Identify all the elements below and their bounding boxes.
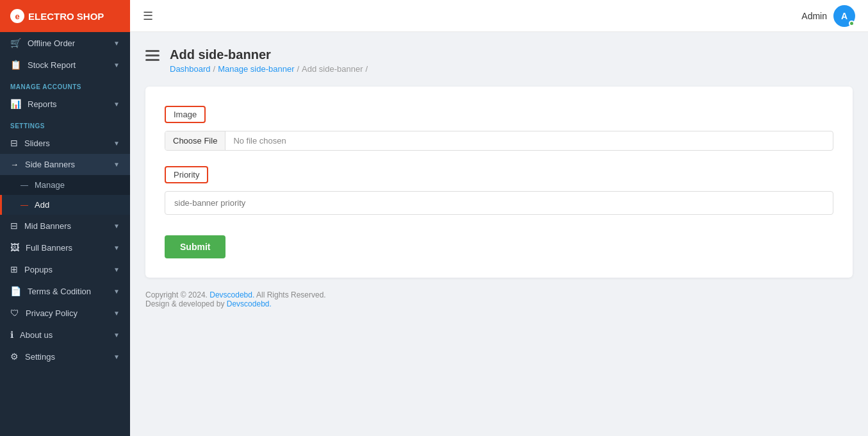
file-input-wrapper: Choose File No file chosen (165, 131, 833, 151)
hamburger-menu-icon[interactable]: ☰ (143, 9, 153, 23)
sidebar-item-stock-report[interactable]: Stock Report ▼ (0, 54, 130, 76)
layers-icon (10, 138, 18, 148)
image-label: Image (165, 106, 206, 123)
footer-design-text: Design & developed by (145, 299, 224, 308)
shield-icon (10, 308, 19, 318)
section-label-manage-accounts: MANAGE ACCOUNTS (0, 76, 130, 93)
info-icon (10, 330, 13, 340)
submit-button[interactable]: Submit (165, 235, 225, 258)
chart-icon (10, 99, 21, 109)
choose-file-button[interactable]: Choose File (165, 131, 225, 150)
sidebar: e ELECTRO SHOP Offline Order ▼ Stock Rep… (0, 0, 130, 436)
sidebar-label-side-banners: Side Banners (25, 160, 75, 169)
topbar: ☰ Admin A (130, 0, 868, 32)
brand-name: ELECTRO SHOP (28, 11, 104, 22)
section-label-settings: SETTINGS (0, 115, 130, 132)
online-indicator (849, 21, 855, 26)
footer-copyright: Copyright © 2024. (145, 290, 208, 299)
chevron-down-icon: ▼ (113, 244, 120, 251)
arrow-right-icon: → (10, 160, 19, 169)
sidebar-item-sliders[interactable]: Sliders ▼ (0, 132, 130, 154)
sidebar-item-popups[interactable]: Popups ▼ (0, 258, 130, 280)
sidebar-item-side-banners[interactable]: → Side Banners ▼ (0, 154, 130, 175)
chevron-down-icon: ▼ (113, 62, 120, 69)
form-card: Image Choose File No file chosen Priorit… (145, 87, 853, 278)
avatar[interactable]: A (833, 5, 855, 27)
priority-label: Priority (165, 166, 208, 183)
page-header: Add side-banner Dashboard / Manage side-… (145, 47, 853, 74)
side-banners-submenu: — Manage — Add (0, 175, 130, 215)
sidebar-label-sliders: Sliders (24, 138, 50, 148)
sidebar-label-popups: Popups (24, 265, 53, 274)
breadcrumb-manage-side-banner[interactable]: Manage side-banner (218, 64, 294, 74)
sidebar-sub-item-manage[interactable]: — Manage (0, 175, 130, 195)
sidebar-label-settings: Settings (25, 352, 55, 362)
file-icon (10, 286, 21, 296)
chevron-down-icon: ▼ (113, 353, 120, 360)
content-area: Add side-banner Dashboard / Manage side-… (130, 32, 868, 436)
sidebar-label-privacy: Privacy Policy (26, 308, 78, 318)
breadcrumb: Dashboard / Manage side-banner / Add sid… (170, 64, 368, 74)
logo-letter: e (10, 9, 24, 23)
submenu-label-add: Add (35, 200, 49, 210)
sidebar-item-about[interactable]: About us ▼ (0, 324, 130, 346)
stock-icon (10, 60, 21, 70)
priority-input[interactable] (165, 191, 833, 215)
sidebar-item-full-banners[interactable]: Full Banners ▼ (0, 237, 130, 258)
main-wrapper: ☰ Admin A Add side-banner Dashboard / (130, 0, 868, 436)
footer-design-company[interactable]: Devscodebd. (227, 299, 272, 308)
sidebar-label-about: About us (20, 330, 53, 340)
chevron-down-icon: ▼ (113, 140, 120, 147)
sidebar-item-settings[interactable]: Settings ▼ (0, 346, 130, 367)
chevron-down-icon: ▼ (113, 40, 120, 47)
priority-field-group: Priority (165, 166, 833, 215)
footer-rights: All Rights Reserved. (256, 290, 326, 299)
chevron-down-icon: ▼ (113, 288, 120, 295)
layers-icon (10, 221, 18, 231)
popup-icon (10, 264, 18, 274)
chevron-down-icon: ▼ (113, 222, 120, 230)
sidebar-item-mid-banners[interactable]: Mid Banners ▼ (0, 215, 130, 237)
sidebar-label-offline-order: Offline Order (28, 38, 75, 48)
file-name-display: No file chosen (225, 131, 833, 150)
footer-company-link[interactable]: Devscodebd. (209, 290, 254, 299)
dash-active-icon: — (20, 201, 28, 210)
page-title: Add side-banner (170, 47, 368, 62)
breadcrumb-current: Add side-banner (302, 64, 363, 74)
footer: Copyright © 2024. Devscodebd. All Rights… (145, 278, 853, 315)
chevron-down-icon: ▼ (113, 310, 120, 317)
sidebar-sub-item-add[interactable]: — Add (0, 195, 130, 215)
image-field-group: Image Choose File No file chosen (165, 106, 833, 151)
chevron-down-icon: ▼ (113, 161, 120, 168)
breadcrumb-dashboard[interactable]: Dashboard (170, 64, 211, 74)
dash-icon: — (20, 181, 28, 190)
sidebar-item-offline-order[interactable]: Offline Order ▼ (0, 32, 130, 54)
sidebar-item-privacy[interactable]: Privacy Policy ▼ (0, 302, 130, 324)
admin-label: Admin (801, 11, 827, 21)
page-header-icon (145, 50, 160, 61)
submenu-label-manage: Manage (35, 180, 65, 190)
order-icon (10, 38, 21, 48)
chevron-down-icon: ▼ (113, 266, 120, 273)
chevron-down-icon: ▼ (113, 331, 120, 339)
sidebar-label-reports: Reports (28, 99, 57, 109)
sidebar-label-stock-report: Stock Report (28, 60, 76, 70)
chevron-down-icon: ▼ (113, 101, 120, 108)
sidebar-label-full-banners: Full Banners (26, 243, 72, 253)
image-icon (10, 242, 19, 253)
sidebar-label-mid-banners: Mid Banners (24, 221, 71, 231)
brand-logo[interactable]: e ELECTRO SHOP (0, 0, 130, 32)
sidebar-item-reports[interactable]: Reports ▼ (0, 93, 130, 115)
gear-icon (10, 351, 19, 362)
sidebar-label-terms: Terms & Codition (28, 287, 91, 296)
sidebar-item-terms[interactable]: Terms & Codition ▼ (0, 280, 130, 302)
